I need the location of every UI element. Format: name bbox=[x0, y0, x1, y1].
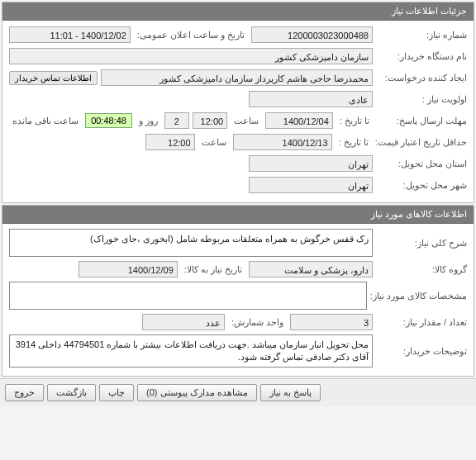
back-button[interactable]: بازگشت bbox=[47, 384, 96, 401]
desc-label: شرح کلی نیاز: bbox=[376, 238, 467, 249]
deadline-time-label: ساعت bbox=[231, 116, 262, 126]
attachments-button[interactable]: مشاهده مدارک پیوستی (0) bbox=[137, 384, 257, 401]
city-field: تهران bbox=[249, 177, 373, 193]
province-field: تهران bbox=[249, 155, 373, 172]
panel1-header: جزئیات اطلاعات نیاز bbox=[2, 2, 474, 21]
deadline-time-field: 12:00 bbox=[193, 112, 228, 129]
panel2-body: شرح کلی نیاز: رک قفس خرگوش به همراه متعل… bbox=[2, 224, 474, 376]
spec-field bbox=[9, 282, 367, 310]
validity-time-label: ساعت bbox=[198, 137, 230, 148]
province-label: استان محل تحویل: bbox=[376, 159, 467, 169]
need-no-field: 1200003023000488 bbox=[251, 26, 373, 43]
priority-field: عادی bbox=[249, 91, 373, 107]
deadline-to-label: تا تاریخ : bbox=[336, 116, 373, 126]
deadline-label: مهلت ارسال پاسخ: bbox=[376, 116, 467, 126]
unit-field: عدد bbox=[142, 314, 225, 330]
deadline-date-field: 1400/12/04 bbox=[265, 112, 333, 129]
group-label: گروه کالا: bbox=[376, 264, 467, 275]
countdown-timer: 00:48:48 bbox=[85, 113, 132, 128]
validity-time-field: 12:00 bbox=[145, 134, 195, 150]
days-remaining-label: روز و bbox=[136, 116, 161, 126]
need-no-label: شماره نیاز: bbox=[376, 30, 467, 40]
buyer-field: سازمان دامپزشکی کشور bbox=[9, 48, 373, 64]
respond-button[interactable]: پاسخ به نیاز bbox=[260, 384, 321, 401]
creator-field: محمدرضا حاجی هاشم کارپرداز سازمان دامپزش… bbox=[101, 69, 373, 86]
panel2-header: اطلاعات کالاهای مورد نیاز bbox=[2, 206, 474, 224]
desc-field: رک قفس خرگوش به همراه متعلقات مربوطه شام… bbox=[9, 229, 373, 257]
qty-field: 3 bbox=[290, 314, 373, 330]
qty-label: تعداد / مقدار نیاز: bbox=[376, 317, 467, 328]
print-button[interactable]: چاپ bbox=[99, 384, 134, 401]
unit-label: واحد شمارش: bbox=[228, 317, 287, 328]
city-label: شهر محل تحویل: bbox=[376, 180, 467, 191]
buyer-label: نام دستگاه خریدار: bbox=[376, 51, 467, 62]
exit-button[interactable]: خروج bbox=[5, 384, 44, 401]
priority-label: اولویت نیاز : bbox=[376, 94, 467, 105]
buyer-notes-label: توضیحات خریدار: bbox=[376, 346, 467, 357]
spec-label: مشخصات کالای مورد نیاز: bbox=[370, 291, 467, 301]
buyer-contact-button[interactable]: اطلاعات تماس خریدار bbox=[9, 71, 98, 85]
buyer-notes-field: محل تحویل انبار سازمان میباشد .جهت دریاف… bbox=[9, 334, 373, 368]
need-date-label: تاریخ نیاز به کالا: bbox=[181, 264, 245, 275]
need-details-panel: جزئیات اطلاعات نیاز شماره نیاز: 12000030… bbox=[2, 2, 474, 203]
validity-to-label: تا تاریخ : bbox=[336, 137, 372, 148]
timer-suffix: ساعت باقی مانده bbox=[9, 116, 82, 126]
announce-label: تاریخ و ساعت اعلان عمومی: bbox=[134, 30, 248, 40]
creator-label: ایجاد کننده درخواست: bbox=[376, 73, 467, 83]
validity-label: حداقل تاریخ اعتبار قیمت: bbox=[375, 137, 467, 148]
validity-date-field: 1400/12/13 bbox=[233, 134, 332, 150]
goods-info-panel: اطلاعات کالاهای مورد نیاز شرح کلی نیاز: … bbox=[2, 205, 474, 377]
panel1-body: شماره نیاز: 1200003023000488 تاریخ و ساع… bbox=[2, 21, 474, 202]
group-field: دارو، پزشکی و سلامت bbox=[249, 261, 373, 277]
days-remaining-field: 2 bbox=[164, 112, 189, 129]
action-bar: پاسخ به نیاز مشاهده مدارک پیوستی (0) چاپ… bbox=[0, 378, 476, 406]
announce-field: 1400/12/02 - 11:01 bbox=[9, 26, 131, 43]
need-date-field: 1400/12/09 bbox=[79, 261, 178, 277]
